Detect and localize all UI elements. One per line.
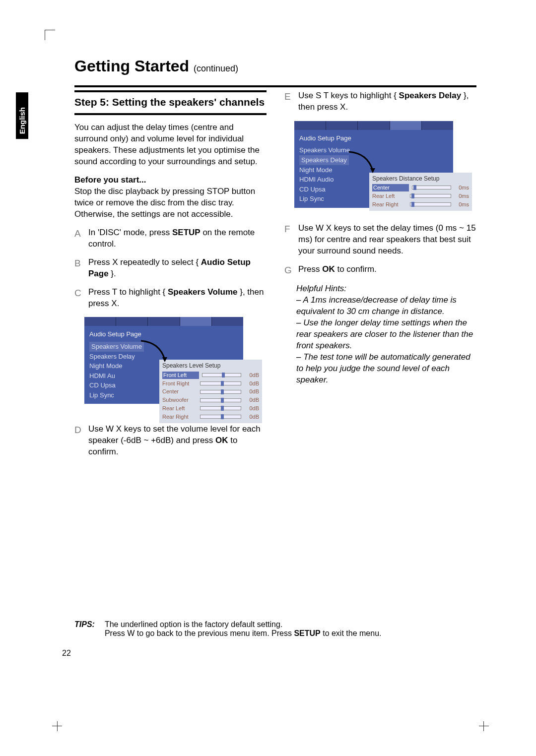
menu-title: Audio Setup Page (89, 330, 238, 339)
step-b: B Press X repeatedly to select { Audio S… (74, 257, 267, 280)
step-letter: E (284, 90, 294, 113)
menu-item: Speakers Volume (89, 342, 144, 352)
page-title: Getting Started (continued) (74, 57, 476, 75)
submenu-title: Speakers Level Setup (162, 362, 259, 370)
step-a: A In 'DISC' mode, press SETUP on the rem… (74, 227, 267, 250)
tips-line1: The underlined option is the factory def… (105, 620, 282, 629)
step-e: E Use S T keys to highlight { Speakers D… (284, 90, 476, 113)
right-column: E Use S T keys to highlight { Speakers D… (284, 90, 476, 465)
step-letter: F (284, 223, 294, 257)
step-f: F Use W X keys to set the delay times (0… (284, 223, 476, 257)
menu-figure-level: Audio Setup Page Speakers Volume Speaker… (84, 317, 243, 404)
heading-main: Getting Started (74, 57, 189, 75)
menu-figure-distance: Audio Setup Page Speakers Volume Speaker… (294, 121, 453, 208)
crop-mark (57, 721, 58, 731)
language-tab: English (16, 92, 28, 139)
step-title: Step 5: Setting the speakers' channels (74, 90, 267, 115)
before-label: Before you start... (74, 175, 146, 185)
intro-text: You can adjust the delay times (centre a… (74, 122, 267, 168)
crop-mark (479, 726, 489, 726)
hint: – The test tone will be automatically ge… (296, 352, 476, 386)
tips-label: TIPS: (74, 620, 95, 638)
submenu-title: Speakers Distance Setup (372, 175, 469, 183)
submenu-distance: Speakers Distance Setup Center0ms Rear L… (369, 173, 472, 211)
step-letter: D (74, 424, 84, 458)
submenu-level: Speakers Level Setup Front Left0dB Front… (159, 360, 262, 423)
step-g: G Press OK to confirm. (284, 264, 476, 277)
before-text: Stop the disc playback by pressing STOP … (74, 187, 255, 219)
heading-continued: (continued) (194, 63, 238, 73)
hints-title: Helpful Hints: (296, 283, 476, 295)
crop-mark (45, 30, 55, 40)
hint: – Use the longer delay time settings whe… (296, 317, 476, 352)
crop-mark (483, 721, 484, 731)
menu-title: Audio Setup Page (299, 134, 448, 143)
step-letter: G (284, 264, 294, 277)
step-letter: A (74, 227, 84, 250)
arrow-icon (348, 151, 378, 176)
menu-item: Speakers Delay (299, 155, 349, 165)
hint: – A 1ms increase/decrease of delay time … (296, 295, 476, 317)
step-letter: B (74, 257, 84, 280)
step-letter: C (74, 287, 84, 310)
tips-line2: Press W to go back to the previous menu … (105, 629, 382, 637)
divider (74, 85, 476, 87)
step-c: C Press T to highlight { Speakers Volume… (74, 287, 267, 310)
before-you-start: Before you start... Stop the disc playba… (74, 175, 267, 220)
page-number: 22 (62, 649, 71, 658)
arrow-icon (140, 340, 170, 365)
tips-footer: TIPS: The underlined option is the facto… (74, 620, 476, 638)
step-d: D Use W X keys to set the volume level f… (74, 424, 267, 458)
left-column: Step 5: Setting the speakers' channels Y… (74, 90, 267, 465)
